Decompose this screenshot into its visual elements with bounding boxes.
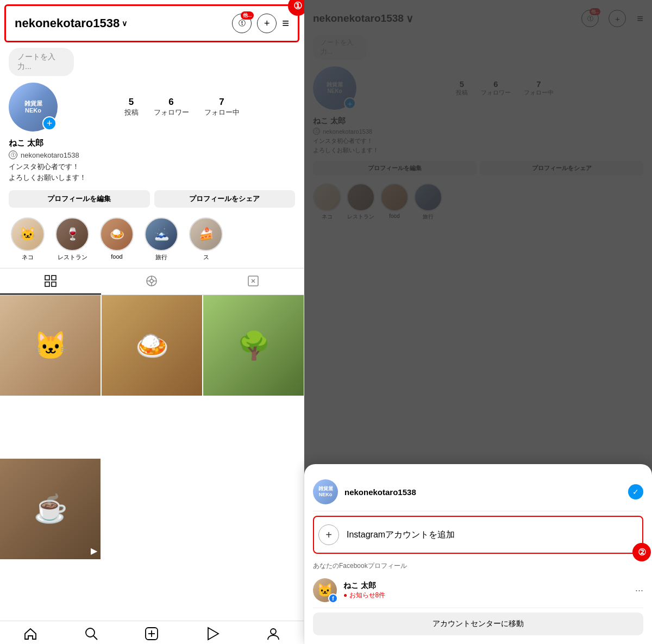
highlight-food[interactable]: 🍛 food bbox=[98, 217, 136, 261]
svg-rect-0 bbox=[45, 276, 49, 280]
svg-rect-2 bbox=[45, 282, 49, 286]
svg-rect-1 bbox=[52, 276, 56, 280]
check-icon: ✓ bbox=[628, 484, 643, 499]
highlight-label-more: ス bbox=[203, 253, 209, 261]
step-2-badge: ② bbox=[632, 543, 651, 561]
username-text: nekonekotaro1538 bbox=[15, 16, 120, 30]
add-icon-btn[interactable]: + bbox=[257, 14, 277, 33]
video-badge: ▶ bbox=[91, 546, 97, 556]
highlight-label-restaurant: レストラン bbox=[58, 253, 87, 261]
nav-search[interactable] bbox=[61, 627, 122, 641]
threads-badge: 他... bbox=[241, 11, 254, 20]
posts-stat: 5 投稿 bbox=[124, 97, 139, 117]
photo-grid: 🐱 🍛 🌳 ☕ ▶ bbox=[0, 295, 304, 621]
following-stat: 7 フォロー中 bbox=[204, 97, 240, 117]
tab-tagged[interactable] bbox=[203, 268, 304, 295]
avatar-label: 雑貨屋NEKo bbox=[24, 100, 42, 114]
tab-reels[interactable] bbox=[101, 268, 202, 295]
top-bar: nekonekotaro1538 ∨ ⓣ 他... + ≡ ① bbox=[4, 4, 299, 42]
facebook-info: ねこ 太郎 ● お知らせ8件 bbox=[343, 581, 629, 600]
facebook-notification: ● お知らせ8件 bbox=[343, 591, 629, 600]
svg-point-5 bbox=[150, 279, 153, 283]
highlight-circle-travel: 🗻 bbox=[145, 217, 178, 251]
svg-marker-16 bbox=[208, 628, 218, 640]
display-name: ねこ 太郎 bbox=[9, 138, 295, 148]
highlight-label-neko: ネコ bbox=[22, 253, 34, 261]
note-input[interactable]: ノートを入力... bbox=[9, 48, 74, 76]
chevron-down-icon: ∨ bbox=[122, 19, 127, 28]
popup-current-account-row[interactable]: 雑貨屋NEKo nekonekotaro1538 ✓ bbox=[313, 473, 643, 511]
popup-card: 雑貨屋NEKo nekonekotaro1538 ✓ + Instagramアカ… bbox=[304, 464, 652, 644]
share-profile-button[interactable]: プロフィールをシェア bbox=[154, 190, 296, 208]
highlight-circle-food: 🍛 bbox=[100, 217, 134, 251]
highlight-circle-restaurant: 🍷 bbox=[55, 217, 89, 251]
svg-point-11 bbox=[86, 628, 95, 637]
plus-icon: + bbox=[264, 18, 270, 29]
highlight-circle-more: 🍰 bbox=[189, 217, 223, 251]
highlight-label-travel: 旅行 bbox=[155, 253, 167, 261]
bio: インスタ初心者です！ よろしくお願いします！ bbox=[9, 161, 295, 183]
following-label: フォロー中 bbox=[204, 108, 240, 117]
highlights: 🐱 ネコ 🍷 レストラン 🍛 food 🗻 旅行 🍰 ス bbox=[0, 213, 304, 266]
add-account-label: Instagramアカウントを追加 bbox=[347, 529, 455, 541]
add-account-row[interactable]: + Instagramアカウントを追加 ② bbox=[313, 516, 643, 554]
account-center-button[interactable]: アカウントセンターに移動 bbox=[313, 612, 643, 635]
top-bar-icons: ⓣ 他... + ≡ bbox=[232, 14, 289, 33]
hamburger-icon[interactable]: ≡ bbox=[282, 16, 289, 30]
nav-reels[interactable] bbox=[182, 627, 243, 641]
highlight-label-food: food bbox=[111, 253, 122, 260]
highlight-more[interactable]: 🍰 ス bbox=[187, 217, 225, 261]
action-buttons: プロフィールを編集 プロフィールをシェア bbox=[0, 185, 304, 213]
add-story-button[interactable]: + bbox=[42, 116, 57, 130]
facebook-profile-row[interactable]: 🐱 f ねこ 太郎 ● お知らせ8件 ··· bbox=[313, 573, 643, 608]
facebook-badge: f bbox=[328, 593, 338, 603]
tab-grid[interactable] bbox=[0, 268, 101, 295]
account-switcher-popup: 雑貨屋NEKo nekonekotaro1538 ✓ + Instagramアカ… bbox=[304, 464, 652, 644]
grid-cell-park[interactable]: 🌳 bbox=[203, 295, 304, 396]
posts-count: 5 bbox=[129, 97, 134, 108]
threads-handle-row: ⓣ nekonekotaro1538 bbox=[9, 151, 295, 159]
threads-icon-btn[interactable]: ⓣ 他... bbox=[232, 14, 252, 33]
facebook-avatar: 🐱 f bbox=[313, 578, 337, 602]
threads-small-icon: ⓣ bbox=[9, 151, 17, 159]
highlight-neko[interactable]: 🐱 ネコ bbox=[9, 217, 47, 261]
followers-stat: 6 フォロワー bbox=[154, 97, 189, 117]
following-count: 7 bbox=[219, 97, 224, 108]
threads-icon: ⓣ bbox=[239, 18, 246, 28]
followers-label: フォロワー bbox=[154, 108, 189, 117]
edit-profile-button[interactable]: プロフィールを編集 bbox=[9, 190, 150, 208]
stats: 5 投稿 6 フォロワー 7 フォロー中 bbox=[68, 97, 295, 117]
right-panel: nekonekotaro1538 ∨ ⓣ 他... + ≡ ノートを入力... … bbox=[304, 0, 652, 644]
highlight-travel[interactable]: 🗻 旅行 bbox=[142, 217, 180, 261]
nav-profile[interactable] bbox=[243, 627, 304, 641]
popup-account-name: nekonekotaro1538 bbox=[344, 487, 622, 497]
bottom-nav bbox=[0, 621, 304, 644]
followers-count: 6 bbox=[168, 97, 173, 108]
facebook-section-label: あなたのFacebookプロフィール bbox=[313, 558, 643, 573]
svg-line-12 bbox=[93, 636, 97, 640]
grid-cell-coffee[interactable]: ☕ ▶ bbox=[0, 459, 101, 559]
nav-create[interactable] bbox=[122, 627, 183, 641]
svg-rect-3 bbox=[52, 282, 56, 286]
avatar-wrap: 雑貨屋NEKo + bbox=[9, 83, 58, 132]
grid-cell-curry[interactable]: 🍛 bbox=[102, 295, 202, 396]
highlight-restaurant[interactable]: 🍷 レストラン bbox=[53, 217, 91, 261]
highlight-circle-neko: 🐱 bbox=[11, 217, 45, 251]
username-dropdown[interactable]: nekonekotaro1538 ∨ bbox=[15, 16, 225, 30]
content-tabs bbox=[0, 268, 304, 295]
add-plus-icon: + bbox=[318, 524, 339, 545]
threads-username: nekonekotaro1538 bbox=[21, 151, 79, 159]
profile-section: 雑貨屋NEKo + 5 投稿 6 フォロワー 7 フォロー中 bbox=[0, 78, 304, 136]
note-area: ノートを入力... bbox=[0, 42, 304, 78]
facebook-name: ねこ 太郎 bbox=[343, 581, 629, 591]
three-dots-icon[interactable]: ··· bbox=[635, 585, 643, 596]
grid-cell-cat[interactable]: 🐱 bbox=[0, 295, 101, 396]
posts-label: 投稿 bbox=[124, 108, 139, 117]
left-panel: nekonekotaro1538 ∨ ⓣ 他... + ≡ ① ノートを入力..… bbox=[0, 0, 304, 644]
popup-avatar: 雑貨屋NEKo bbox=[313, 479, 338, 504]
name-section: ねこ 太郎 ⓣ nekonekotaro1538 インスタ初心者です！ よろしく… bbox=[0, 136, 304, 185]
nav-home[interactable] bbox=[0, 627, 61, 641]
svg-point-17 bbox=[271, 629, 276, 634]
